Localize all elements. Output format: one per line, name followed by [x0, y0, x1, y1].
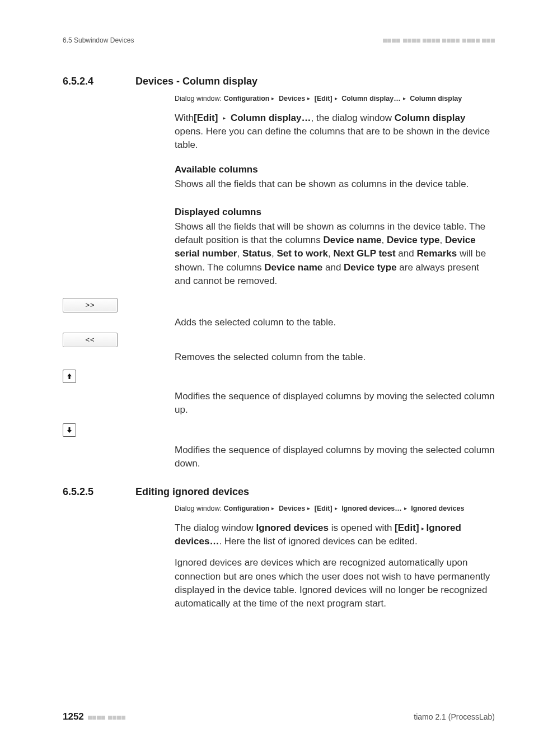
- add-column-text: Adds the selected column to the table.: [175, 298, 495, 329]
- dialog-window-path: Dialog window: Configuration▸ Devices▸ […: [175, 94, 495, 104]
- ignored-devices-para: Ignored devices are devices which are re…: [175, 556, 495, 610]
- section-title-2: Editing ignored devices: [135, 486, 249, 498]
- section-heading-row: 6.5.2.4 Devices - Column display: [63, 75, 495, 88]
- header-decoration: [382, 36, 495, 44]
- arrow-up-icon[interactable]: [63, 370, 76, 383]
- section-body: Dialog window: Configuration▸ Devices▸ […: [175, 94, 495, 288]
- intro-paragraph: With[Edit] ▸ Column display…, the dialog…: [175, 111, 495, 152]
- move-down-text: Modifies the sequence of displayed colum…: [175, 423, 495, 470]
- footer-decoration: [87, 712, 125, 721]
- footer: 1252 tiamo 2.1 (ProcessLab): [63, 711, 495, 722]
- section-heading-row-2: 6.5.2.5 Editing ignored devices: [63, 486, 495, 498]
- displayed-columns-head: Displayed columns: [175, 207, 495, 218]
- arrow-down-icon[interactable]: [63, 423, 76, 437]
- move-up-row: Modifies the sequence of displayed colum…: [63, 370, 495, 417]
- page-number: 1252: [63, 711, 84, 722]
- remove-column-row: << Removes the selected column from the …: [63, 333, 495, 364]
- running-head: 6.5 Subwindow Devices: [63, 36, 495, 44]
- available-columns-head: Available columns: [175, 164, 495, 175]
- move-down-row: Modifies the sequence of displayed colum…: [63, 423, 495, 470]
- dialog-window-path-2: Dialog window: Configuration▸ Devices▸ […: [175, 503, 495, 514]
- remove-column-button[interactable]: <<: [63, 333, 118, 347]
- section-number: 6.5.2.4: [63, 75, 135, 88]
- move-up-text: Modifies the sequence of displayed colum…: [175, 370, 495, 417]
- remove-column-text: Removes the selected column from the tab…: [175, 333, 495, 364]
- displayed-columns-text: Shows all the fields that will be shown …: [175, 220, 495, 288]
- section-title: Devices - Column display: [135, 75, 257, 88]
- add-column-row: >> Adds the selected column to the table…: [63, 298, 495, 329]
- section-number-2: 6.5.2.5: [63, 486, 135, 498]
- add-column-button[interactable]: >>: [63, 298, 118, 312]
- running-head-left: 6.5 Subwindow Devices: [63, 36, 134, 44]
- section-body-2: Dialog window: Configuration▸ Devices▸ […: [175, 503, 495, 610]
- product-name: tiamo 2.1 (ProcessLab): [414, 712, 495, 721]
- ignored-devices-intro: The dialog window Ignored devices is ope…: [175, 521, 495, 548]
- available-columns-text: Shows all the fields that can be shown a…: [175, 178, 495, 191]
